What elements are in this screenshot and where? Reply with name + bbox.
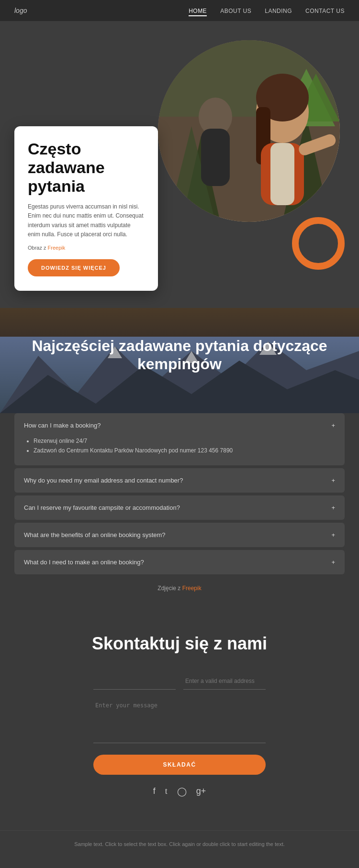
nav-item-about[interactable]: ABOUT US — [220, 6, 251, 15]
faq-question-1: How can I make a booking? — [24, 422, 101, 429]
instagram-icon[interactable]: ◯ — [177, 786, 187, 797]
nav-item-contact[interactable]: CONTACT US — [305, 6, 345, 15]
nav-item-home[interactable]: HOME — [189, 6, 207, 15]
learn-more-button[interactable]: DOWIEDZ SIĘ WIĘCEJ — [28, 259, 120, 276]
faq-header-1[interactable]: How can I make a booking? + — [14, 413, 345, 438]
hero-source-link: Obraz z Freepik — [28, 245, 145, 251]
contact-section: Skontaktuj się z nami SKŁADAĆ f t ◯ g+ — [0, 610, 359, 830]
faq-source-link[interactable]: Freepik — [182, 585, 202, 592]
hero-people-illustration — [158, 40, 340, 222]
googleplus-icon[interactable]: g+ — [196, 786, 206, 797]
nav-links: HOME ABOUT US LANDING CONTACT US — [189, 6, 345, 15]
faq-header-5[interactable]: What do I need to make an online booking… — [14, 550, 345, 574]
orange-decorative-circle — [292, 217, 345, 270]
faq-answer-bullet-1-1: Rezerwuj online 24/7 — [34, 438, 335, 444]
freepik-link[interactable]: Freepik — [48, 245, 66, 251]
faq-toggle-5[interactable]: + — [331, 559, 335, 566]
nav-item-landing[interactable]: LANDING — [265, 6, 292, 15]
faq-header-3[interactable]: Can I reserve my favourite campsite or a… — [14, 495, 345, 520]
facebook-icon[interactable]: f — [153, 786, 156, 797]
hero-section: Często zadawane pytania Egestas purus vi… — [0, 21, 359, 308]
faq-toggle-4[interactable]: + — [331, 531, 335, 538]
contact-heading: Skontaktuj się z nami — [14, 634, 345, 654]
svg-rect-13 — [270, 143, 294, 205]
faq-question-4: What are the benefits of an online booki… — [24, 531, 166, 538]
nav-link-about[interactable]: ABOUT US — [220, 8, 251, 14]
faq-question-3: Can I reserve my favourite campsite or a… — [24, 504, 180, 511]
hero-image-circle — [158, 40, 340, 222]
faq-body-1: Rezerwuj online 24/7 Zadzwoń do Centrum … — [14, 438, 345, 465]
hero-image-inner — [158, 40, 340, 222]
contact-form: SKŁADAĆ — [93, 673, 266, 775]
faq-question-2: Why do you need my email address and con… — [24, 477, 183, 484]
faq-question-5: What do I need to make an online booking… — [24, 559, 144, 566]
nav-link-landing[interactable]: LANDING — [265, 8, 292, 14]
nav-link-contact[interactable]: CONTACT US — [305, 8, 345, 14]
faq-header-2[interactable]: Why do you need my email address and con… — [14, 468, 345, 493]
svg-rect-8 — [201, 129, 230, 186]
faq-mountain-heading: Najczęściej zadawane pytania dotyczące k… — [14, 337, 345, 374]
faq-item-2: Why do you need my email address and con… — [14, 468, 345, 493]
faq-item-3: Can I reserve my favourite campsite or a… — [14, 495, 345, 520]
faq-item-4: What are the benefits of an online booki… — [14, 523, 345, 547]
hero-title: Często zadawane pytania — [28, 140, 145, 196]
nav-logo: logo — [14, 7, 27, 14]
name-input[interactable] — [93, 673, 176, 690]
email-input[interactable] — [183, 673, 266, 690]
faq-accordion-section: How can I make a booking? + Rezerwuj onl… — [0, 413, 359, 610]
footer-note-text: Sample text. Click to select the text bo… — [29, 840, 330, 848]
faq-item-5: What do I need to make an online booking… — [14, 550, 345, 574]
submit-button[interactable]: SKŁADAĆ — [93, 755, 266, 775]
faq-answer-list-1: Rezerwuj online 24/7 Zadzwoń do Centrum … — [24, 438, 335, 454]
nav-link-home[interactable]: HOME — [189, 8, 207, 16]
twitter-icon[interactable]: t — [165, 786, 168, 797]
message-textarea[interactable] — [93, 695, 266, 743]
faq-mountain-section: Najczęściej zadawane pytania dotyczące k… — [0, 308, 359, 413]
faq-toggle-2[interactable]: + — [331, 477, 335, 484]
faq-toggle-1[interactable]: + — [331, 422, 335, 429]
faq-toggle-3[interactable]: + — [331, 504, 335, 511]
form-name-email-row — [93, 673, 266, 690]
faq-item-1: How can I make a booking? + Rezerwuj onl… — [14, 413, 345, 465]
navbar: logo HOME ABOUT US LANDING CONTACT US — [0, 0, 359, 21]
hero-card: Często zadawane pytania Egestas purus vi… — [14, 126, 158, 291]
faq-source: Zdjęcie z Freepik — [14, 577, 345, 595]
hero-body-text: Egestas purus viverra accumsan in nisl n… — [28, 202, 145, 239]
faq-answer-bullet-1-2: Zadzwoń do Centrum Kontaktu Parków Narod… — [34, 447, 335, 454]
faq-header-4[interactable]: What are the benefits of an online booki… — [14, 523, 345, 547]
footer: Sample text. Click to select the text bo… — [0, 830, 359, 863]
social-bar: f t ◯ g+ — [14, 775, 345, 811]
